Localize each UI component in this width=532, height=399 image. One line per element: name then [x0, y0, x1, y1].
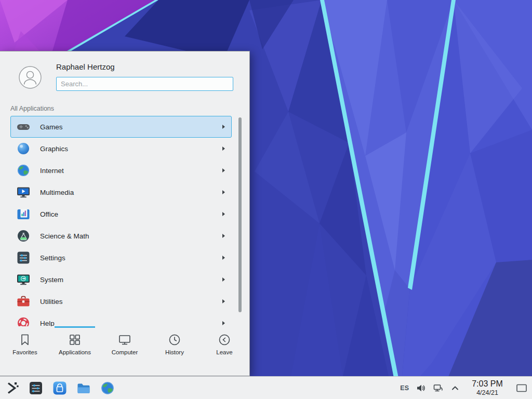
grid-icon [68, 333, 82, 347]
category-row-help[interactable]: Help [10, 312, 232, 326]
discover-bag-icon [52, 380, 68, 396]
monitor-play-icon [16, 185, 31, 200]
tab-label: Computer [112, 349, 138, 355]
application-category-list: Games Graphics Internet Multimedia [10, 116, 232, 326]
category-row-internet[interactable]: Internet [10, 159, 232, 181]
category-label: Internet [40, 167, 64, 175]
submenu-caret-icon [222, 234, 225, 238]
bookmark-icon [18, 333, 32, 347]
expand-tray-button[interactable] [450, 383, 460, 393]
pinned-app-tweaks[interactable] [28, 380, 44, 396]
time-text: 7:03 PM [467, 379, 508, 389]
terminal-tweaks-icon [28, 380, 44, 396]
submenu-caret-icon [222, 168, 225, 172]
tab-label: Leave [216, 349, 232, 355]
active-tab-indicator [55, 326, 95, 328]
category-label: Graphics [40, 145, 68, 153]
toolbox-icon [16, 294, 31, 309]
flask-icon [16, 229, 31, 243]
submenu-caret-icon [222, 277, 225, 282]
category-label: Utilities [40, 298, 63, 305]
category-label: Office [40, 210, 58, 218]
clock-widget[interactable]: 7:03 PM 4/24/21 [467, 379, 508, 396]
category-label: Settings [40, 254, 65, 262]
chevron-up-icon [450, 383, 460, 393]
submenu-caret-icon [222, 256, 225, 260]
plasma-logo-icon [4, 380, 20, 396]
submenu-caret-icon [222, 147, 225, 151]
lifebuoy-icon [16, 316, 31, 326]
category-label: Science & Math [40, 232, 89, 240]
category-row-science-math[interactable]: Science & Math [10, 225, 232, 247]
tab-label: Applications [59, 349, 91, 355]
application-launcher-panel: Raphael Hertzog All Applications Games G… [0, 51, 250, 376]
submenu-caret-icon [222, 212, 225, 216]
category-label: System [40, 276, 63, 284]
submenu-caret-icon [222, 299, 225, 303]
gamepad-icon [16, 119, 31, 134]
category-row-multimedia[interactable]: Multimedia [10, 181, 232, 203]
browser-globe-icon [100, 380, 115, 396]
pinned-app-browser[interactable] [100, 380, 115, 396]
submenu-caret-icon [222, 125, 225, 129]
clock-icon [168, 333, 181, 347]
category-row-system[interactable]: System [10, 269, 232, 290]
graphics-sphere-icon [16, 141, 31, 156]
taskbar: ES 7:03 PM 4/24/21 [0, 376, 532, 399]
sliders-icon [16, 250, 31, 265]
keyboard-layout-indicator[interactable]: ES [400, 384, 409, 392]
pinned-app-discover[interactable] [52, 380, 68, 396]
user-name: Raphael Hertzog [56, 62, 115, 71]
pinned-app-files[interactable] [76, 380, 91, 396]
tab-leave[interactable]: Leave [200, 326, 249, 364]
show-desktop-button[interactable] [515, 380, 528, 396]
user-avatar[interactable] [19, 66, 42, 89]
folder-icon [76, 380, 91, 396]
system-monitor-icon [16, 272, 31, 287]
tab-label: History [165, 349, 184, 355]
show-desktop-icon [516, 382, 527, 394]
list-scrollbar [238, 116, 242, 326]
submenu-caret-icon [222, 190, 225, 194]
search-input[interactable] [56, 77, 233, 91]
tab-label: Favorites [12, 349, 37, 355]
taskbar-left [0, 377, 124, 399]
globe-icon [16, 163, 31, 178]
section-label-all-applications: All Applications [10, 105, 54, 112]
category-row-office[interactable]: Office [10, 203, 232, 225]
speaker-icon [416, 383, 426, 393]
system-tray: ES 7:03 PM 4/24/21 [400, 377, 532, 399]
tab-history[interactable]: History [150, 326, 200, 364]
back-circle-icon [218, 333, 231, 347]
tab-applications[interactable]: Applications [50, 326, 100, 364]
category-label: Multimedia [40, 189, 74, 196]
document-chart-icon [16, 207, 31, 221]
volume-button[interactable] [416, 383, 426, 393]
category-row-utilities[interactable]: Utilities [10, 290, 232, 312]
network-button[interactable] [433, 383, 443, 393]
launcher-tab-strip: Favorites Applications Computer History [0, 326, 249, 364]
scrollbar-thumb[interactable] [238, 117, 242, 312]
tab-favorites[interactable]: Favorites [0, 326, 50, 364]
tab-computer[interactable]: Computer [100, 326, 150, 364]
network-display-icon [433, 383, 443, 393]
submenu-caret-icon [222, 321, 225, 325]
category-row-games[interactable]: Games [10, 116, 232, 138]
monitor-icon [118, 333, 131, 347]
category-row-settings[interactable]: Settings [10, 247, 232, 269]
category-label: Games [40, 123, 63, 131]
category-label: Help [40, 320, 55, 327]
category-row-graphics[interactable]: Graphics [10, 138, 232, 159]
application-launcher-button[interactable] [4, 380, 20, 396]
date-text: 4/24/21 [467, 389, 508, 396]
